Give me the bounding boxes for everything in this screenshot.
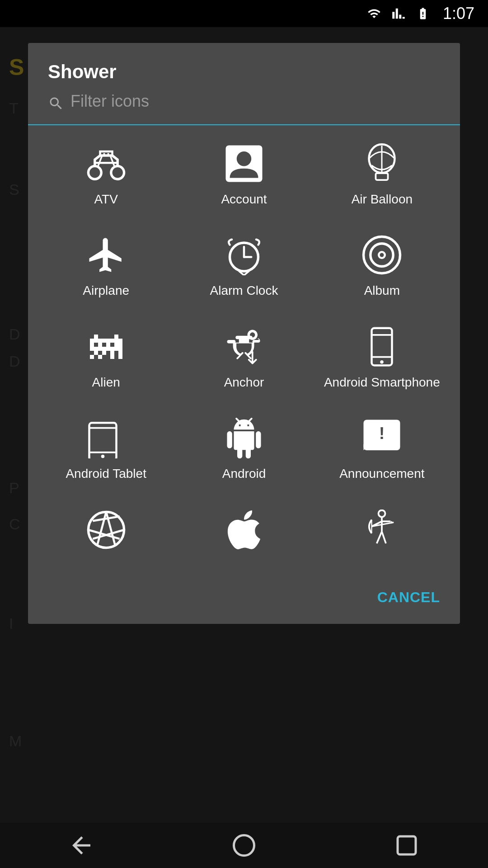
anchor-label: Anchor [224, 374, 264, 391]
icon-item-anchor[interactable]: Anchor [175, 313, 313, 404]
svg-rect-20 [98, 339, 102, 343]
svg-rect-34 [102, 347, 106, 351]
android-smartphone-label: Android Smartphone [324, 374, 440, 391]
svg-rect-6 [376, 173, 388, 180]
svg-rect-33 [98, 347, 102, 351]
svg-text:!: ! [379, 424, 385, 443]
icon-item-alien[interactable]: Alien [37, 313, 175, 404]
svg-point-54 [101, 455, 104, 458]
icon-item-android-smartphone[interactable]: Android Smartphone [313, 313, 451, 404]
svg-rect-35 [106, 347, 110, 351]
search-input[interactable] [48, 92, 440, 115]
svg-rect-43 [90, 355, 94, 359]
svg-rect-17 [114, 335, 118, 339]
svg-rect-38 [118, 347, 122, 351]
svg-rect-22 [106, 339, 110, 343]
svg-rect-37 [114, 347, 118, 351]
android-tablet-label: Android Tablet [66, 466, 146, 482]
dialog-actions: CANCEL [28, 576, 460, 615]
svg-rect-42 [118, 351, 122, 355]
svg-rect-26 [90, 343, 94, 347]
icon-item-account[interactable]: Account [175, 130, 313, 221]
android-smartphone-icon [361, 326, 402, 367]
svg-line-65 [377, 531, 382, 543]
alien-label: Alien [92, 374, 120, 391]
svg-point-15 [380, 253, 384, 257]
airplane-icon [86, 235, 127, 275]
icon-item-alarm-clock[interactable]: Alarm Clock [175, 221, 313, 312]
account-label: Account [221, 191, 267, 208]
signal-icon [389, 7, 408, 20]
icon-item-announcement[interactable]: ! Announcement [313, 404, 451, 495]
status-icons: 1:07 [365, 4, 474, 23]
android-label: Android [222, 466, 266, 482]
svg-rect-47 [372, 328, 392, 366]
svg-rect-23 [110, 339, 114, 343]
airplane-label: Airplane [83, 283, 129, 299]
svg-rect-44 [98, 355, 102, 359]
svg-point-50 [380, 360, 384, 364]
back-icon [68, 832, 95, 859]
svg-rect-27 [98, 343, 102, 347]
search-icon [48, 95, 64, 112]
alarm-clock-icon [224, 235, 264, 275]
dialog-title: Shower [28, 43, 460, 92]
svg-rect-32 [94, 347, 98, 351]
svg-point-63 [379, 510, 385, 517]
svg-line-60 [93, 530, 124, 539]
announcement-label: Announcement [339, 466, 424, 482]
svg-line-61 [88, 530, 119, 539]
icon-item-android-tablet[interactable]: Android Tablet [37, 404, 175, 495]
svg-rect-46 [118, 355, 122, 359]
apple-icon [224, 509, 264, 550]
cancel-button[interactable]: CANCEL [377, 585, 440, 610]
svg-rect-19 [94, 339, 98, 343]
search-container [28, 92, 460, 125]
recents-button[interactable] [393, 832, 420, 859]
icon-item-apple[interactable] [175, 496, 313, 571]
icon-picker-dialog: Shower ATV [28, 43, 460, 624]
icon-item-album[interactable]: Album [313, 221, 451, 312]
status-bar: 1:07 [0, 0, 488, 27]
album-label: Album [364, 283, 400, 299]
svg-point-3 [237, 151, 251, 166]
icon-item-archery[interactable] [313, 496, 451, 571]
icon-item-atv[interactable]: ATV [37, 130, 175, 221]
svg-rect-39 [94, 351, 98, 355]
archery-icon [361, 509, 402, 550]
svg-rect-24 [114, 339, 118, 343]
recents-icon [393, 832, 420, 859]
svg-point-1 [111, 166, 124, 179]
svg-rect-73 [398, 836, 416, 854]
svg-rect-45 [110, 355, 114, 359]
svg-rect-28 [106, 343, 110, 347]
svg-rect-30 [118, 343, 122, 347]
alien-icon [86, 326, 127, 367]
svg-rect-25 [118, 339, 122, 343]
back-button[interactable] [68, 832, 95, 859]
aperture-icon [86, 509, 127, 550]
icon-item-airplane[interactable]: Airplane [37, 221, 175, 312]
air-balloon-label: Air Balloon [352, 191, 413, 208]
status-time: 1:07 [443, 4, 474, 23]
svg-rect-31 [90, 347, 94, 351]
icons-grid: ATV Account Air Balloon [28, 125, 460, 576]
home-icon [230, 832, 258, 859]
home-button[interactable] [230, 832, 258, 859]
android-icon [224, 418, 264, 458]
icon-item-aperture[interactable] [37, 496, 175, 571]
anchor-icon [224, 326, 264, 367]
announcement-icon: ! [361, 418, 402, 458]
navigation-bar [0, 823, 488, 868]
svg-rect-29 [114, 343, 118, 347]
icon-item-air-balloon[interactable]: Air Balloon [313, 130, 451, 221]
air-balloon-icon [361, 143, 402, 184]
svg-line-58 [97, 512, 106, 545]
album-icon [361, 235, 402, 275]
svg-point-0 [88, 166, 101, 179]
svg-rect-21 [102, 339, 106, 343]
svg-rect-40 [102, 351, 106, 355]
svg-point-72 [234, 835, 254, 856]
icon-item-android[interactable]: Android [175, 404, 313, 495]
atv-label: ATV [94, 191, 117, 208]
